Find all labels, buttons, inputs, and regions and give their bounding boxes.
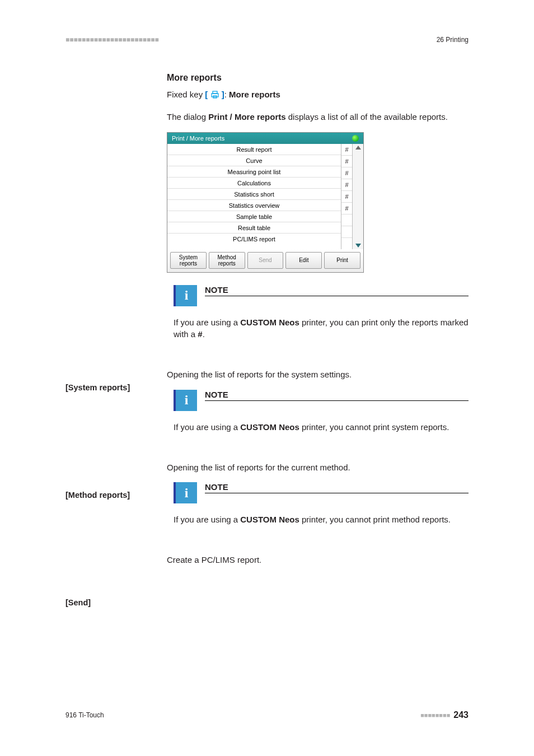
- side-label-system-reports: [System reports]: [65, 383, 167, 392]
- scrollbar[interactable]: [353, 144, 363, 249]
- note-body: If you are using a CUSTOM Neos printer, …: [174, 417, 469, 433]
- svg-rect-0: [212, 94, 218, 97]
- dialog-button-bar: System reports Method reports Send Edit …: [167, 249, 363, 272]
- note-title-wrap: NOTE: [205, 285, 469, 296]
- dialog-title-text: Print / More reports: [172, 135, 224, 142]
- fixed-key-prefix: Fixed key: [167, 90, 205, 99]
- list-item[interactable]: Statistics overview: [167, 200, 341, 211]
- note-head: i NOTE: [174, 482, 469, 503]
- scroll-down-icon[interactable]: [355, 244, 361, 248]
- note-title: NOTE: [205, 482, 469, 493]
- section-heading-more-reports: More reports: [167, 73, 469, 83]
- fixed-key-colon: :: [224, 90, 229, 99]
- t: printer, you cannot print method reports…: [299, 515, 451, 524]
- body-area: [System reports] [Method reports] [Send]…: [65, 73, 469, 607]
- hash-cell: #: [341, 191, 352, 203]
- edit-button[interactable]: Edit: [285, 252, 322, 269]
- fixed-key-close: ]: [219, 90, 224, 99]
- note-head: i NOTE: [174, 390, 469, 411]
- intro-a: The dialog: [167, 112, 208, 122]
- hash-cell: [341, 238, 352, 249]
- dialog-titlebar: Print / More reports: [167, 133, 363, 144]
- hash-cell: #: [341, 203, 352, 214]
- fixed-key-line: Fixed key [ ]: More reports: [167, 88, 469, 102]
- note-body: If you are using a CUSTOM Neos printer, …: [174, 509, 469, 526]
- note-head: i NOTE: [174, 285, 469, 306]
- list-item[interactable]: Sample table: [167, 211, 341, 222]
- list-item[interactable]: Curve: [167, 155, 341, 166]
- print-button[interactable]: Print: [324, 252, 360, 269]
- intro-b: Print / More reports: [208, 112, 285, 122]
- send-line: Create a PC/LIMS report.: [167, 554, 469, 566]
- t: .: [203, 329, 205, 339]
- hash-cell: [341, 226, 352, 238]
- scroll-up-icon[interactable]: [355, 146, 361, 150]
- t: If you are using a: [174, 515, 240, 524]
- document-page: ■■■■■■■■■■■■■■■■■■■■■■■ 26 Printing [Sys…: [0, 0, 534, 756]
- info-icon: i: [174, 482, 197, 503]
- t: #: [198, 329, 202, 339]
- method-reports-line: Opening the list of reports for the curr…: [167, 461, 469, 474]
- side-label-send: [Send]: [65, 598, 167, 607]
- hash-cell: [341, 214, 352, 226]
- header-chapter: 26 Printing: [437, 36, 469, 44]
- report-list[interactable]: Result report Curve Measuring point list…: [167, 144, 341, 249]
- right-column: More reports Fixed key [ ]: More reports…: [167, 73, 469, 607]
- fixed-key-open: [: [205, 90, 210, 99]
- note-block: i NOTE If you are using a CUSTOM Neos pr…: [174, 482, 469, 526]
- note-body: If you are using a CUSTOM Neos printer, …: [174, 312, 469, 341]
- list-item[interactable]: Calculations: [167, 178, 341, 189]
- note-title: NOTE: [205, 285, 469, 296]
- method-reports-button[interactable]: Method reports: [209, 252, 245, 269]
- footer-marks: ■■■■■■■■: [420, 712, 450, 718]
- note-title-wrap: NOTE: [205, 482, 469, 493]
- hash-column: # # # # # #: [341, 144, 353, 249]
- t: If you are using a: [174, 422, 240, 432]
- left-column: [System reports] [Method reports] [Send]: [65, 73, 167, 607]
- status-indicator-icon: [352, 135, 359, 142]
- intro-paragraph: The dialog Print / More reports displays…: [167, 111, 469, 123]
- t: printer, you cannot print system reports…: [299, 422, 449, 432]
- hash-cell: #: [341, 167, 352, 179]
- print-more-reports-dialog: Print / More reports Result report Curve…: [167, 132, 364, 273]
- note-block: i NOTE If you are using a CUSTOM Neos pr…: [174, 390, 469, 433]
- t: CUSTOM Neos: [240, 422, 299, 432]
- t: CUSTOM Neos: [240, 318, 299, 327]
- footer-product: 916 Ti-Touch: [65, 711, 104, 719]
- side-label-method-reports: [Method reports]: [65, 491, 167, 500]
- info-icon: i: [174, 390, 197, 411]
- t: CUSTOM Neos: [240, 515, 299, 524]
- note-title-wrap: NOTE: [205, 390, 469, 401]
- hash-cell: #: [341, 144, 352, 156]
- system-reports-line: Opening the list of reports for the syst…: [167, 368, 469, 381]
- page-footer: 916 Ti-Touch ■■■■■■■■ 243: [65, 710, 469, 720]
- intro-c: displays a list of all of the available …: [286, 112, 448, 122]
- list-item[interactable]: Result table: [167, 222, 341, 234]
- print-icon: [210, 90, 219, 102]
- hash-cell: #: [341, 156, 352, 167]
- note-title: NOTE: [205, 390, 469, 401]
- t: If you are using a: [174, 318, 240, 327]
- footer-page-number: 243: [453, 710, 469, 720]
- fixed-key-label: More reports: [229, 90, 280, 99]
- header-marks: ■■■■■■■■■■■■■■■■■■■■■■■: [65, 36, 159, 44]
- system-reports-button[interactable]: System reports: [170, 252, 207, 269]
- list-item[interactable]: Measuring point list: [167, 166, 341, 178]
- list-item[interactable]: Statistics short: [167, 189, 341, 200]
- hash-cell: #: [341, 179, 352, 191]
- list-item[interactable]: Result report: [167, 144, 341, 155]
- info-icon: i: [174, 285, 197, 306]
- svg-rect-1: [213, 91, 217, 94]
- dialog-body: Result report Curve Measuring point list…: [167, 144, 363, 249]
- page-header: ■■■■■■■■■■■■■■■■■■■■■■■ 26 Printing: [65, 36, 469, 46]
- footer-page: ■■■■■■■■ 243: [420, 710, 469, 720]
- list-item[interactable]: PC/LIMS report: [167, 234, 341, 244]
- send-button: Send: [247, 252, 284, 269]
- note-block: i NOTE If you are using a CUSTOM Neos pr…: [174, 285, 469, 341]
